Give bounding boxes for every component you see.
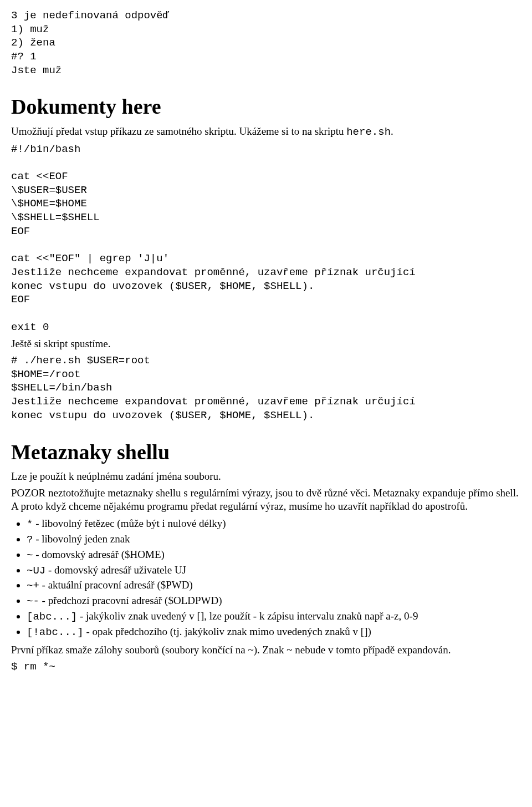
heading-metaznaky-shellu: Metaznaky shellu: [11, 439, 521, 466]
list-item-text: - libovolný řetězec (může být i nulové d…: [33, 517, 226, 529]
paragraph-meta-2: POZOR neztotožňujte metaznaky shellu s r…: [11, 486, 521, 513]
heading-dokumenty-here: Dokumenty here: [11, 94, 521, 120]
paragraph-intro-here: Umožňují předat vstup příkazu ze samotné…: [11, 125, 521, 139]
list-item: * - libovolný řetězec (může být i nulové…: [27, 517, 521, 531]
list-metaznaky: * - libovolný řetězec (může být i nulové…: [27, 517, 521, 639]
text-intro-here-2: .: [391, 125, 393, 137]
list-item-code: ?: [27, 534, 33, 546]
list-item: ? - libovolný jeden znak: [27, 532, 521, 547]
list-item: ~- - předchozí pracovní adresář ($OLDPWD…: [27, 594, 521, 608]
list-item-code: [abc...]: [27, 611, 77, 623]
list-item-code: [!abc...]: [27, 626, 84, 638]
list-item: ~UJ - domovský adresář uživatele UJ: [27, 564, 521, 578]
list-item-text: - libovolný jeden znak: [33, 533, 130, 545]
code-block-here-run: # ./here.sh $USER=root $HOME=/root $SHEL…: [11, 354, 521, 422]
paragraph-still-run: Ještě si skript spustíme.: [11, 337, 521, 351]
code-block-top: 3 je nedefinovaná odpověď 1) muž 2) žena…: [11, 9, 521, 77]
code-block-rm: $ rm *~: [11, 660, 521, 674]
list-item-code: *: [27, 518, 33, 530]
list-item-text: - domovský adresář uživatele UJ: [45, 564, 186, 576]
list-item: [!abc...] - opak předchozího (tj. jakýko…: [27, 625, 521, 639]
code-block-here-script: #!/bin/bash cat <<EOF \$USER=$USER \$HOM…: [11, 143, 521, 334]
list-item: ~+ - aktuální pracovní adresář ($PWD): [27, 578, 521, 593]
list-item: ~ - domovský adresář ($HOME): [27, 548, 521, 562]
code-here-sh: here.sh: [346, 126, 391, 138]
list-item-text: - jakýkoliv znak uvedený v [], lze použí…: [77, 610, 418, 622]
paragraph-meta-1: Lze je použít k neúplnému zadání jména s…: [11, 470, 521, 483]
list-item-code: ~: [27, 549, 33, 561]
list-item-code: ~-: [27, 595, 39, 607]
paragraph-last: První příkaz smaže zálohy souborů (soubo…: [11, 643, 521, 657]
list-item-text: - předchozí pracovní adresář ($OLDPWD): [39, 595, 222, 606]
list-item: [abc...] - jakýkoliv znak uvedený v [], …: [27, 610, 521, 624]
list-item-code: ~+: [27, 580, 39, 592]
list-item-code: ~UJ: [27, 565, 45, 577]
list-item-text: - opak předchozího (tj. jakýkoliv znak m…: [84, 626, 371, 637]
list-item-text: - domovský adresář ($HOME): [33, 549, 164, 560]
list-item-text: - aktuální pracovní adresář ($PWD): [39, 579, 193, 591]
text-intro-here-1: Umožňují předat vstup příkazu ze samotné…: [11, 125, 346, 137]
